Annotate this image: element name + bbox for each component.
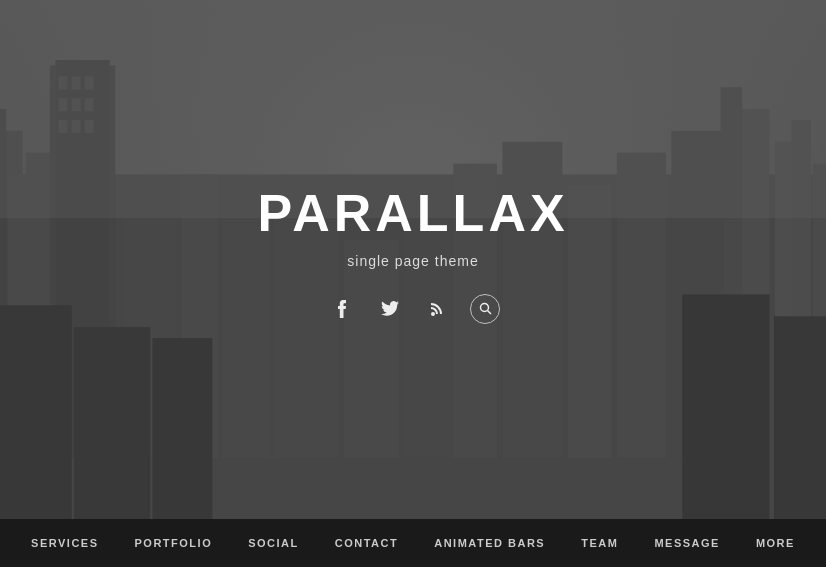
hero-title: PARALLAX (257, 183, 568, 243)
svg-point-42 (480, 304, 488, 312)
search-icon[interactable] (470, 294, 500, 324)
rss-icon[interactable] (422, 293, 454, 325)
nav-item-portfolio[interactable]: PORTFOLIO (117, 519, 231, 567)
nav-item-contact[interactable]: CONTACT (317, 519, 416, 567)
nav-item-services[interactable]: SERVICES (13, 519, 116, 567)
bottom-nav: SERVICES PORTFOLIO SOCIAL CONTACT ANIMAT… (0, 519, 826, 567)
twitter-icon[interactable] (374, 293, 406, 325)
nav-item-message[interactable]: MESSAGE (636, 519, 738, 567)
hero-section: PARALLAX single page theme (0, 0, 826, 567)
facebook-icon[interactable] (326, 293, 358, 325)
hero-subtitle: single page theme (257, 253, 568, 269)
nav-item-social[interactable]: SOCIAL (230, 519, 317, 567)
svg-line-43 (487, 311, 491, 315)
nav-item-more[interactable]: MORE (738, 519, 813, 567)
hero-content: PARALLAX single page theme (257, 183, 568, 325)
svg-point-41 (431, 312, 435, 316)
nav-item-team[interactable]: TEAM (563, 519, 636, 567)
social-icons-group (257, 293, 568, 325)
nav-item-animated-bars[interactable]: ANIMATED BARS (416, 519, 563, 567)
